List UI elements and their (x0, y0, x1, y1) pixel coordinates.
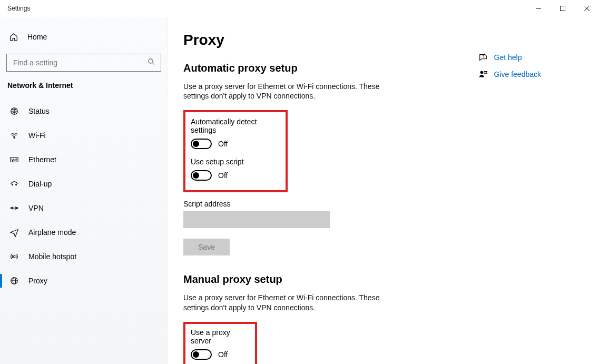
category-heading: Network & Internet (7, 81, 161, 90)
nav-label: Dial-up (28, 180, 52, 188)
search-icon (148, 58, 155, 67)
feedback-link[interactable]: Give feedback (477, 70, 542, 79)
nav-item-proxy[interactable]: Proxy (6, 269, 161, 293)
highlight-auto-toggles: Automatically detect settings Off Use se… (183, 110, 288, 192)
svg-point-7 (14, 137, 15, 139)
home-icon (7, 32, 20, 42)
close-button[interactable] (575, 0, 599, 17)
save-button[interactable]: Save (183, 239, 230, 255)
feedback-icon (477, 70, 489, 79)
ethernet-icon (8, 155, 20, 164)
script-address-label: Script address (183, 200, 457, 208)
hotspot-icon (8, 252, 20, 261)
svg-rect-1 (561, 6, 565, 11)
svg-point-18 (13, 255, 15, 258)
nav-item-status[interactable]: Status (6, 99, 161, 123)
setup-script-toggle[interactable] (191, 170, 212, 181)
nav-item-ethernet[interactable]: Ethernet (6, 147, 161, 172)
nav-list: Status Wi-Fi Ethernet Dial-up VPN Airpla… (6, 99, 161, 293)
nav-label: Status (28, 107, 50, 115)
svg-point-15 (16, 184, 17, 185)
nav-item-dialup[interactable]: Dial-up (6, 172, 161, 196)
auto-heading: Automatic proxy setup (183, 62, 457, 74)
help-icon: ? (477, 53, 489, 62)
get-help-label: Get help (494, 53, 522, 62)
nav-item-hotspot[interactable]: Mobile hotspot (6, 244, 161, 269)
window-title: Settings (7, 5, 30, 12)
feedback-label: Give feedback (494, 70, 542, 78)
use-proxy-label: Use a proxy server (191, 328, 250, 345)
manual-heading: Manual proxy setup (183, 273, 457, 286)
nav-label: Airplane mode (28, 228, 76, 237)
manual-desc: Use a proxy server for Ethernet or Wi-Fi… (183, 293, 405, 312)
auto-detect-label: Automatically detect settings (191, 117, 279, 134)
window-controls (526, 0, 599, 17)
page-title: Proxy (183, 32, 457, 48)
sidebar: Home Network & Internet Status Wi-Fi Eth… (0, 17, 168, 364)
home-label: Home (27, 33, 47, 41)
auto-detect-state: Off (218, 140, 228, 148)
nav-label: Wi-Fi (28, 131, 46, 140)
svg-rect-9 (12, 160, 16, 162)
setup-script-state: Off (218, 171, 228, 180)
use-proxy-state: Off (218, 350, 228, 359)
nav-label: Ethernet (28, 155, 56, 164)
minimize-button[interactable] (526, 0, 551, 17)
use-proxy-toggle[interactable] (191, 349, 212, 360)
nav-item-airplane[interactable]: Airplane mode (6, 220, 161, 244)
home-link[interactable]: Home (6, 26, 161, 47)
nav-item-vpn[interactable]: VPN (6, 196, 161, 220)
dialup-icon (8, 179, 20, 189)
svg-point-4 (149, 59, 153, 63)
wifi-icon (8, 131, 20, 140)
nav-label: VPN (28, 204, 44, 212)
airplane-icon (8, 228, 20, 237)
nav-item-wifi[interactable]: Wi-Fi (6, 123, 161, 147)
nav-label: Proxy (28, 277, 47, 285)
svg-rect-8 (11, 158, 18, 162)
nav-label: Mobile hotspot (28, 252, 76, 261)
svg-line-5 (153, 63, 154, 65)
get-help-link[interactable]: ? Get help (477, 53, 542, 62)
script-address-input[interactable] (183, 211, 330, 228)
help-panel: ? Get help Give feedback (477, 32, 584, 364)
svg-point-23 (480, 71, 483, 74)
auto-detect-toggle[interactable] (191, 139, 212, 149)
main-area: Proxy Automatic proxy setup Use a proxy … (168, 17, 599, 364)
svg-text:?: ? (482, 54, 485, 59)
highlight-manual-toggle: Use a proxy server Off (183, 322, 257, 364)
maximize-button[interactable] (551, 0, 575, 17)
status-icon (8, 106, 20, 116)
svg-point-14 (12, 184, 13, 185)
auto-desc: Use a proxy server for Ethernet or Wi-Fi… (183, 82, 405, 101)
vpn-icon (8, 203, 20, 213)
setup-script-label: Use setup script (191, 158, 279, 166)
proxy-icon (8, 276, 20, 286)
titlebar: Settings (0, 0, 599, 17)
search-box[interactable] (6, 54, 161, 72)
search-input[interactable] (12, 58, 148, 67)
